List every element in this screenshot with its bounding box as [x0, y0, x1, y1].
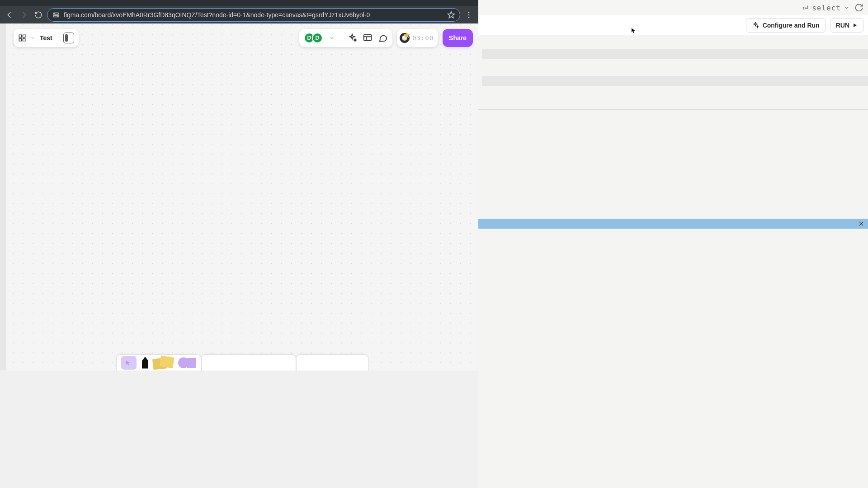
arrow-left-icon [5, 11, 14, 19]
browser-menu-button[interactable] [463, 9, 475, 21]
figma-canvas[interactable]: Test D D [6, 23, 478, 371]
share-label: Share [449, 34, 467, 42]
select-dropdown[interactable]: select [802, 4, 850, 12]
play-icon [852, 23, 858, 28]
tool-group-main [116, 354, 201, 371]
chevron-down-icon[interactable] [31, 36, 35, 40]
avatar[interactable]: D [312, 33, 323, 43]
right-panel: select Configure and Run RUN [478, 0, 868, 488]
grey-band [482, 49, 868, 59]
select-tool[interactable] [121, 356, 137, 370]
svg-marker-7 [448, 11, 455, 18]
close-icon [858, 221, 864, 227]
tab-strip [0, 0, 478, 6]
kebab-icon [465, 11, 473, 19]
tool-group-secondary[interactable] [201, 354, 296, 371]
figma-menu-button[interactable] [18, 34, 26, 42]
layout-icon [363, 33, 373, 43]
sticky-note-tool[interactable] [153, 357, 174, 369]
timer-pill[interactable]: 03:00 [397, 29, 438, 47]
svg-point-9 [468, 14, 470, 15]
grey-band [482, 76, 868, 86]
toggle-panels-button[interactable] [63, 33, 74, 43]
refresh-button[interactable] [854, 3, 863, 12]
right-body [478, 35, 868, 488]
forward-button[interactable] [18, 9, 30, 21]
file-title[interactable]: Test [40, 34, 52, 42]
reload-icon [34, 11, 42, 19]
info-row [478, 219, 868, 229]
comment-button[interactable] [378, 33, 388, 43]
url-input[interactable] [64, 11, 443, 19]
cursor-icon [125, 360, 132, 367]
svg-rect-14 [23, 39, 25, 41]
svg-rect-4 [53, 15, 59, 17]
svg-rect-12 [23, 35, 25, 37]
select-label: select [812, 4, 841, 12]
address-bar[interactable] [47, 8, 460, 22]
svg-rect-11 [19, 35, 21, 37]
collaborators-pill: D D [299, 29, 392, 47]
figma-bottom-toolbar [116, 354, 368, 371]
svg-rect-15 [364, 35, 372, 41]
figma-top-right-toolbar: D D 03:00 [299, 29, 473, 47]
bookmark-star-icon[interactable] [447, 11, 455, 19]
separator [478, 109, 868, 110]
svg-rect-13 [19, 39, 21, 41]
tool-group-tertiary[interactable] [296, 354, 368, 371]
run-button[interactable]: RUN [830, 18, 863, 33]
reload-button[interactable] [33, 9, 44, 21]
star-icon [403, 32, 410, 39]
grid-icon [18, 34, 26, 42]
configure-and-run-button[interactable]: Configure and Run [746, 18, 826, 33]
comment-icon [378, 33, 388, 43]
chevron-down-icon[interactable] [329, 35, 335, 41]
chevron-down-icon [844, 5, 850, 11]
svg-point-10 [468, 16, 470, 18]
back-button[interactable] [4, 9, 15, 21]
svg-rect-3 [53, 13, 59, 14]
avatar-stack[interactable]: D D [304, 33, 323, 43]
sparkle-icon [752, 22, 759, 29]
arrow-right-icon [20, 11, 28, 19]
refresh-icon [854, 3, 863, 12]
browser-navbar [0, 6, 478, 23]
ai-button[interactable] [347, 33, 357, 43]
figma-top-left-toolbar: Test [14, 29, 79, 47]
shape-square-tool[interactable] [186, 358, 196, 368]
svg-marker-0 [854, 23, 857, 27]
svg-point-8 [468, 12, 470, 13]
recycle-icon [802, 4, 809, 11]
right-action-bar: Configure and Run RUN [478, 15, 868, 35]
share-button[interactable]: Share [443, 29, 473, 47]
left-edge [0, 23, 6, 371]
svg-marker-18 [404, 32, 410, 38]
run-label: RUN [836, 22, 849, 29]
timer-value: 03:00 [412, 34, 434, 42]
present-button[interactable] [363, 33, 373, 43]
close-button[interactable] [858, 221, 864, 227]
pen-tool[interactable] [142, 357, 148, 369]
timer-avatar-icon [400, 33, 410, 43]
browser-window: Test D D [0, 0, 478, 371]
sparkle-icon [347, 33, 357, 43]
configure-label: Configure and Run [763, 22, 820, 29]
site-settings-icon[interactable] [52, 11, 60, 19]
right-topbar: select [478, 0, 868, 15]
